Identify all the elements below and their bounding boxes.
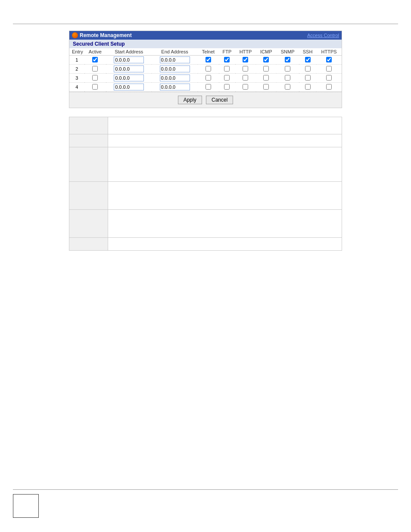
icmp-cell-4[interactable] — [256, 83, 276, 92]
icmp-cell-1[interactable] — [256, 56, 276, 65]
remote-management-panel: Remote Management Access Control Secured… — [69, 31, 342, 108]
icmp-checkbox-3[interactable] — [263, 75, 269, 81]
table-row-entry-4: 4 — [69, 83, 84, 92]
end-address-input-4[interactable] — [160, 84, 190, 90]
ftp-cell-4[interactable] — [219, 83, 235, 92]
description-table-wrapper — [69, 117, 342, 251]
ftp-checkbox-4[interactable] — [224, 84, 230, 90]
end-address-cell-1[interactable] — [152, 56, 197, 65]
start-address-cell-3[interactable] — [106, 74, 152, 83]
access-control-link[interactable]: Access Control — [307, 33, 339, 38]
desc-label-5 — [69, 210, 108, 238]
start-address-cell-4[interactable] — [106, 83, 152, 92]
snmp-cell-1[interactable] — [276, 56, 299, 65]
active-input-4[interactable] — [92, 84, 98, 90]
ftp-checkbox-3[interactable] — [224, 75, 230, 81]
end-address-cell-4[interactable] — [152, 83, 197, 92]
active-checkbox-2[interactable] — [84, 65, 106, 74]
col-icmp: ICMP — [256, 48, 276, 56]
rm-panel-title: Remote Management — [80, 32, 132, 38]
snmp-cell-3[interactable] — [276, 74, 299, 83]
snmp-checkbox-3[interactable] — [285, 75, 290, 81]
http-checkbox-2[interactable] — [243, 66, 248, 72]
https-cell-4[interactable] — [316, 83, 342, 92]
telnet-cell-2[interactable] — [198, 65, 219, 74]
apply-button[interactable]: Apply — [178, 96, 202, 104]
http-cell-4[interactable] — [235, 83, 256, 92]
https-checkbox-4[interactable] — [326, 84, 332, 90]
snmp-cell-4[interactable] — [276, 83, 299, 92]
ssh-cell-4[interactable] — [299, 83, 316, 92]
https-cell-2[interactable] — [316, 65, 342, 74]
start-address-cell-2[interactable] — [106, 65, 152, 74]
snmp-cell-2[interactable] — [276, 65, 299, 74]
start-address-cell-1[interactable] — [106, 56, 152, 65]
col-active: Active — [84, 48, 106, 56]
ssh-checkbox-3[interactable] — [305, 75, 311, 81]
start-address-input-2[interactable] — [114, 65, 144, 72]
col-ssh: SSH — [299, 48, 316, 56]
telnet-cell-4[interactable] — [198, 83, 219, 92]
telnet-checkbox-2[interactable] — [206, 66, 211, 72]
ssh-checkbox-2[interactable] — [305, 66, 311, 72]
bottom-area — [13, 489, 398, 519]
https-cell-3[interactable] — [316, 74, 342, 83]
col-end-address: End Address — [152, 48, 197, 56]
active-checkbox-3[interactable] — [84, 74, 106, 83]
start-address-input-4[interactable] — [114, 84, 144, 90]
ftp-checkbox-1[interactable] — [224, 57, 230, 62]
icmp-cell-2[interactable] — [256, 65, 276, 74]
https-cell-1[interactable] — [316, 56, 342, 65]
ssh-checkbox-1[interactable] — [305, 57, 311, 62]
active-input-3[interactable] — [92, 75, 98, 81]
https-checkbox-1[interactable] — [326, 57, 332, 62]
desc-table-row — [69, 182, 342, 210]
desc-label-2 — [69, 134, 108, 147]
table-row: 1 — [69, 56, 342, 65]
active-input-2[interactable] — [92, 66, 98, 72]
telnet-checkbox-1[interactable] — [206, 57, 211, 62]
active-input-1[interactable] — [92, 57, 98, 62]
start-address-input-3[interactable] — [114, 75, 144, 81]
ssh-cell-2[interactable] — [299, 65, 316, 74]
icmp-checkbox-4[interactable] — [263, 84, 269, 90]
ftp-cell-1[interactable] — [219, 56, 235, 65]
icmp-cell-3[interactable] — [256, 74, 276, 83]
ssh-cell-1[interactable] — [299, 56, 316, 65]
ftp-cell-2[interactable] — [219, 65, 235, 74]
https-checkbox-3[interactable] — [326, 75, 332, 81]
http-cell-1[interactable] — [235, 56, 256, 65]
http-cell-3[interactable] — [235, 74, 256, 83]
ftp-cell-3[interactable] — [219, 74, 235, 83]
telnet-cell-1[interactable] — [198, 56, 219, 65]
https-checkbox-2[interactable] — [326, 66, 332, 72]
end-address-input-1[interactable] — [160, 56, 190, 63]
telnet-cell-3[interactable] — [198, 74, 219, 83]
start-address-input-1[interactable] — [114, 56, 144, 63]
active-checkbox-1[interactable] — [84, 56, 106, 65]
http-cell-2[interactable] — [235, 65, 256, 74]
snmp-checkbox-1[interactable] — [285, 57, 290, 62]
ftp-checkbox-2[interactable] — [224, 66, 230, 72]
ssh-checkbox-4[interactable] — [305, 84, 311, 90]
telnet-checkbox-3[interactable] — [206, 75, 211, 81]
end-address-input-3[interactable] — [160, 75, 190, 81]
ssh-cell-3[interactable] — [299, 74, 316, 83]
http-checkbox-1[interactable] — [243, 57, 248, 62]
desc-content-1 — [108, 117, 342, 134]
snmp-checkbox-4[interactable] — [285, 84, 290, 90]
active-checkbox-4[interactable] — [84, 83, 106, 92]
top-divider — [13, 24, 398, 24]
http-checkbox-3[interactable] — [243, 75, 248, 81]
end-address-input-2[interactable] — [160, 65, 190, 72]
icmp-checkbox-2[interactable] — [263, 66, 269, 72]
telnet-checkbox-4[interactable] — [206, 84, 211, 90]
cancel-button[interactable]: Cancel — [206, 96, 233, 104]
snmp-checkbox-2[interactable] — [285, 66, 290, 72]
desc-content-6 — [108, 238, 342, 251]
end-address-cell-2[interactable] — [152, 65, 197, 74]
http-checkbox-4[interactable] — [243, 84, 248, 90]
end-address-cell-3[interactable] — [152, 74, 197, 83]
icmp-checkbox-1[interactable] — [263, 57, 269, 62]
description-table — [69, 117, 342, 251]
